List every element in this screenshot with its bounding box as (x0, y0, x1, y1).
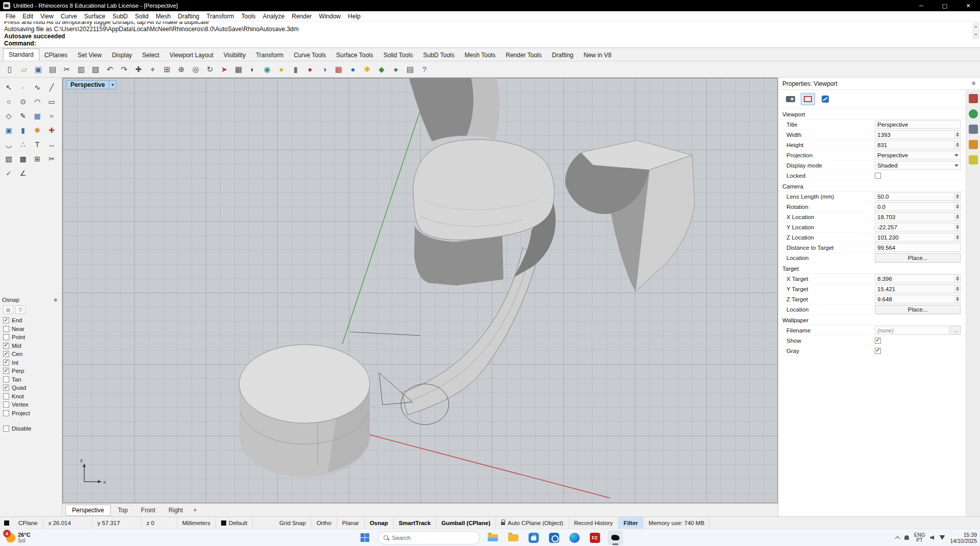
cut-icon[interactable]: ✂ (60, 63, 74, 76)
grid-options-icon[interactable]: ▦ (332, 63, 345, 76)
zoom-dynamic-icon[interactable]: ⌖ (146, 63, 159, 76)
coordinate-x[interactable]: x 26.014 (43, 517, 92, 529)
stepper-arrows-icon[interactable] (954, 141, 960, 149)
redo-icon[interactable]: ↷ (117, 63, 131, 76)
start-button[interactable] (357, 530, 373, 545)
menu-mesh[interactable]: Mesh (152, 13, 174, 20)
tool-trim-icon[interactable]: ✂ (45, 152, 58, 165)
taskbar-edge-icon[interactable] (567, 530, 582, 545)
tool-sketch-icon[interactable]: ✎ (16, 109, 30, 123)
taskbar-outlook-icon[interactable] (546, 530, 562, 545)
osnap-option-vertex[interactable]: Vertex (2, 400, 60, 409)
stepper-arrows-icon[interactable] (954, 213, 960, 221)
checkbox-icon[interactable] (3, 376, 9, 383)
x-target-input[interactable]: 8.396 (875, 274, 961, 283)
spotlight-icon[interactable]: ● (275, 63, 288, 76)
stepper-arrows-icon[interactable] (954, 203, 960, 210)
tool-angle-icon[interactable]: ∠ (16, 167, 30, 180)
copy-icon[interactable]: ▥ (75, 63, 88, 76)
checkbox-icon[interactable] (3, 368, 9, 374)
tool-explode-icon[interactable]: ✱ (31, 124, 44, 137)
projection-select[interactable]: Perspective (875, 151, 961, 159)
taskbar-file-explorer-icon[interactable] (485, 530, 500, 545)
menu-file[interactable]: File (2, 13, 19, 20)
tool-polyline-icon[interactable]: ╱ (45, 81, 58, 94)
viewport-layout-icon[interactable]: ▦ (232, 63, 245, 76)
menu-analyze[interactable]: Analyze (259, 13, 289, 20)
stepper-arrows-icon[interactable] (954, 295, 960, 303)
tool-points-on-icon[interactable]: ∴ (16, 138, 30, 151)
volume-icon[interactable] (930, 535, 934, 540)
taskbar-rhino-icon[interactable] (608, 530, 623, 545)
help-icon[interactable]: ? (418, 63, 431, 76)
object-properties-icon[interactable]: ▤ (403, 63, 417, 76)
stepper-arrows-icon[interactable] (954, 193, 960, 200)
close-button[interactable]: ✕ (957, 0, 980, 11)
layers-tab-icon[interactable] (969, 109, 978, 118)
tray-chevron-up-icon[interactable] (895, 536, 900, 541)
z-target-input[interactable]: 9.648 (875, 295, 961, 303)
zoom-extents-icon[interactable]: ◎ (189, 63, 202, 76)
gumball-toggle[interactable]: Gumball (CPlane) (436, 517, 496, 529)
osnap-option-knot[interactable]: Knot (2, 392, 60, 401)
viewport-title-label[interactable]: Perspective ▾ (66, 80, 116, 89)
object-center-solid-top[interactable] (413, 139, 554, 240)
tool-check-icon[interactable]: ✓ (2, 167, 15, 180)
tool-hatch-icon[interactable]: ▨ (2, 152, 15, 165)
layer-indicator[interactable]: Default (216, 517, 253, 529)
tool-surface-icon[interactable]: ▦ (31, 109, 44, 123)
osnap-option-near[interactable]: Near (2, 325, 60, 334)
title-input[interactable]: Perspective (875, 120, 961, 129)
vp-tab-top[interactable]: Top (112, 505, 134, 515)
command-scrollbar[interactable] (973, 22, 979, 39)
osnap-option-disable[interactable]: Disable (2, 424, 60, 433)
tab-standard[interactable]: Standard (3, 49, 39, 61)
y-location-input[interactable]: -22.257 (875, 223, 961, 231)
tab-solid-tools[interactable]: Solid Tools (378, 50, 418, 61)
record-history-toggle[interactable]: Record History (569, 517, 618, 529)
save-icon[interactable]: ▣ (32, 63, 45, 76)
menu-surface[interactable]: Surface (81, 13, 109, 20)
materials-tab-icon[interactable] (969, 155, 978, 164)
checkbox-icon[interactable] (3, 385, 9, 391)
checkbox-icon[interactable] (3, 326, 9, 332)
tab-render-tools[interactable]: Render Tools (500, 50, 547, 61)
viewport-menu-dropdown-icon[interactable]: ▾ (109, 80, 116, 89)
vp-tab-perspective[interactable]: Perspective (65, 505, 111, 516)
osnap-option-int[interactable]: Int (2, 359, 60, 367)
osnap-option-project[interactable]: Project (2, 409, 60, 418)
osnap-filter-icon[interactable]: ◎ (3, 305, 13, 314)
x-location-input[interactable]: 18.703 (875, 212, 961, 221)
open-file-icon[interactable]: ▱ (17, 63, 31, 76)
print-icon[interactable]: ▤ (46, 63, 59, 76)
object-ribbon-dark-face[interactable] (409, 78, 473, 141)
tab-viewport-layout[interactable]: Viewport Layout (164, 50, 219, 61)
tool-point-icon[interactable]: ∙ (16, 81, 30, 94)
cplane-selector[interactable]: CPlane (13, 517, 43, 529)
tab-curve-tools[interactable]: Curve Tools (289, 50, 331, 61)
tool-rectangle-icon[interactable]: ▭ (45, 95, 58, 108)
panel-gear-icon[interactable]: ✱ (971, 80, 976, 87)
network-icon[interactable] (939, 535, 945, 540)
vp-tab-right[interactable]: Right (162, 505, 189, 515)
grid-snap-toggle[interactable]: Grid Snap (274, 517, 312, 529)
osnap-toggle[interactable]: Osnap (365, 517, 394, 529)
checkbox-icon[interactable] (3, 425, 9, 432)
y-target-input[interactable]: 15.421 (875, 284, 961, 293)
tool-loft-icon[interactable]: ≈ (45, 109, 58, 123)
stepper-arrows-icon[interactable] (954, 233, 960, 241)
properties-tab-icon[interactable] (969, 94, 978, 103)
menu-view[interactable]: View (37, 13, 57, 20)
z-location-input[interactable]: 101.230 (875, 233, 961, 242)
menu-solid[interactable]: Solid (131, 13, 152, 20)
material-icon[interactable]: ● (303, 63, 317, 76)
curve-line[interactable] (350, 332, 420, 336)
tab-set-view[interactable]: Set View (73, 50, 107, 61)
taskbar-folder-icon[interactable] (506, 530, 521, 545)
locked-checkbox[interactable] (875, 173, 881, 179)
menu-subd[interactable]: SubD (109, 13, 131, 20)
checkbox-icon[interactable] (3, 334, 9, 340)
earth-anchor-icon[interactable]: ● (389, 63, 402, 76)
taskbar-filezilla-icon[interactable]: FZ (587, 530, 603, 545)
tab-mesh-tools[interactable]: Mesh Tools (460, 50, 500, 61)
